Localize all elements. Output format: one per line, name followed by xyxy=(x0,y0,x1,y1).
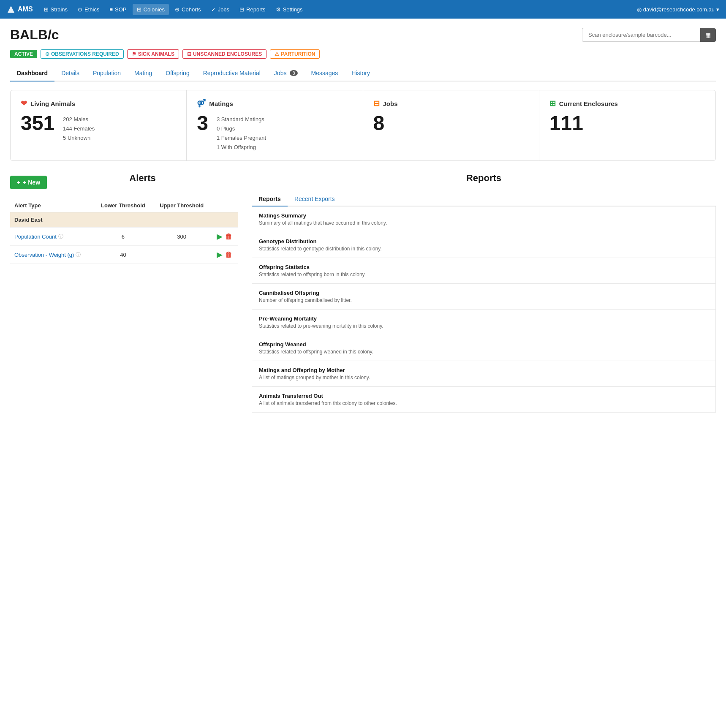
search-input[interactable] xyxy=(582,28,700,42)
delete-button[interactable]: 🗑 xyxy=(225,250,233,259)
matings-count: 3 xyxy=(197,113,208,133)
main-lower-section: + + New Alerts Alert Type Lower Threshol… xyxy=(10,173,716,413)
col-alert-type: Alert Type xyxy=(10,199,94,212)
lower-threshold-value: 6 xyxy=(94,228,152,246)
nav-jobs[interactable]: ✓ Jobs xyxy=(207,4,234,15)
jobs-badge-count: 8 xyxy=(290,70,297,76)
reports-icon: ⊟ xyxy=(239,6,244,13)
stat-matings: ⚤ Matings 3 3 Standard Matings 0 Plugs 1… xyxy=(187,90,363,160)
nav-reports[interactable]: ⊟ Reports xyxy=(235,4,270,15)
reports-title: Reports xyxy=(252,173,716,184)
action-icons: ▶ 🗑 xyxy=(215,250,234,259)
tab-population[interactable]: Population xyxy=(86,65,128,81)
plus-icon: + xyxy=(17,179,20,186)
sop-icon: ≡ xyxy=(109,6,113,13)
mating-icon: ⚤ xyxy=(197,99,206,108)
list-item[interactable]: Matings Summary Summary of all matings t… xyxy=(252,206,715,232)
tab-mating[interactable]: Mating xyxy=(128,65,159,81)
brand-name: AMS xyxy=(18,5,33,13)
tab-dashboard[interactable]: Dashboard xyxy=(10,65,54,81)
colonies-icon: ⊞ xyxy=(137,6,141,13)
col-lower-threshold: Lower Threshold xyxy=(94,199,152,212)
col-upper-threshold: Upper Threshold xyxy=(152,199,211,212)
tab-messages[interactable]: Messages xyxy=(305,65,345,81)
reports-section: Reports Reports Recent Exports Matings S… xyxy=(252,173,716,413)
chevron-down-icon: ▾ xyxy=(716,6,719,13)
user-menu[interactable]: ◎ david@researchcode.com.au ▾ xyxy=(637,6,719,13)
matings-details: 3 Standard Matings 0 Plugs 1 Females Pre… xyxy=(217,113,266,152)
strains-icon: ⊞ xyxy=(44,6,49,13)
nav-settings[interactable]: ⚙ Settings xyxy=(272,4,307,15)
list-item[interactable]: Animals Transferred Out A list of animal… xyxy=(252,387,715,412)
unscanned-icon: ⊟ xyxy=(187,51,191,57)
jobs-stat-icon: ⊟ xyxy=(373,99,380,108)
living-animals-count: 351 xyxy=(21,113,54,133)
delete-button[interactable]: 🗑 xyxy=(225,232,233,241)
tab-jobs[interactable]: Jobs 8 xyxy=(267,65,305,81)
sub-navigation: Dashboard Details Population Mating Offs… xyxy=(10,65,716,81)
alert-group-row: David East xyxy=(10,212,238,228)
nav-strains[interactable]: ⊞ Strains xyxy=(40,4,72,15)
obs-icon: ⊙ xyxy=(45,51,49,57)
action-icons: ▶ 🗑 xyxy=(215,232,234,241)
stat-living-animals: ❤ Living Animals 351 202 Males 144 Femal… xyxy=(11,90,187,160)
list-item[interactable]: Offspring Weaned Statistics related to o… xyxy=(252,335,715,361)
tab-reproductive-material[interactable]: Reproductive Material xyxy=(196,65,267,81)
brand-logo[interactable]: AMS xyxy=(7,5,33,14)
tab-details[interactable]: Details xyxy=(54,65,86,81)
tab-history[interactable]: History xyxy=(345,65,377,81)
enclosures-icon: ⊞ xyxy=(549,99,556,108)
enclosures-count: 111 xyxy=(549,113,583,133)
stat-enclosures: ⊞ Current Enclosures 111 xyxy=(539,90,715,160)
page-title: BALB/c xyxy=(10,27,59,43)
alerts-header: + + New Alerts xyxy=(10,173,238,192)
list-item[interactable]: Offspring Statistics Statistics related … xyxy=(252,258,715,284)
table-row: Population Count ⓘ 6 300 ▶ 🗑 xyxy=(10,228,238,246)
ethics-icon: ⊙ xyxy=(78,6,82,13)
parturition-icon: ⚠ xyxy=(275,51,279,57)
reports-tabs: Reports Recent Exports xyxy=(252,192,716,206)
svg-marker-0 xyxy=(8,6,14,13)
lower-threshold-value: 40 xyxy=(94,246,152,264)
tab-recent-exports[interactable]: Recent Exports xyxy=(288,192,342,206)
upper-threshold-value: 300 xyxy=(152,228,211,246)
reports-list: Matings Summary Summary of all matings t… xyxy=(252,206,716,413)
nav-cohorts[interactable]: ⊕ Cohorts xyxy=(171,4,205,15)
info-icon: ⓘ xyxy=(58,233,63,240)
tab-reports[interactable]: Reports xyxy=(252,192,288,206)
nav-ethics[interactable]: ⊙ Ethics xyxy=(73,4,103,15)
badge-parturition[interactable]: ⚠ PARTURITION xyxy=(270,49,320,59)
play-button[interactable]: ▶ xyxy=(217,250,223,259)
table-row: Observation - Weight (g) ⓘ 40 ▶ 🗑 xyxy=(10,246,238,264)
alert-population-count-link[interactable]: Population Count ⓘ xyxy=(14,233,90,240)
alert-observation-weight-link[interactable]: Observation - Weight (g) ⓘ xyxy=(14,251,90,258)
ams-logo-icon xyxy=(7,5,15,14)
list-item[interactable]: Genotype Distribution Statistics related… xyxy=(252,232,715,258)
group-name: David East xyxy=(10,212,238,228)
badge-active[interactable]: ACTIVE xyxy=(10,50,37,58)
list-item[interactable]: Pre-Weaning Mortality Statistics related… xyxy=(252,310,715,335)
alerts-title: Alerts xyxy=(47,173,238,184)
cohorts-icon: ⊕ xyxy=(175,6,179,13)
stats-row: ❤ Living Animals 351 202 Males 144 Femal… xyxy=(10,90,716,161)
badge-unscanned-enclosures[interactable]: ⊟ UNSCANNED ENCLOSURES xyxy=(182,49,266,59)
jobs-count: 8 xyxy=(373,113,385,133)
new-alert-button[interactable]: + + New xyxy=(10,176,47,189)
top-navigation: AMS ⊞ Strains ⊙ Ethics ≡ SOP ⊞ Colonies … xyxy=(0,0,726,19)
search-bar: ▦ xyxy=(582,28,716,42)
status-badges: ACTIVE ⊙ OBSERVATIONS REQUIRED ⚑ SICK AN… xyxy=(10,49,716,59)
jobs-icon: ✓ xyxy=(211,6,216,13)
page-content: BALB/c ▦ ACTIVE ⊙ OBSERVATIONS REQUIRED … xyxy=(0,19,726,728)
list-item[interactable]: Cannibalised Offspring Number of offspri… xyxy=(252,284,715,310)
badge-sick-animals[interactable]: ⚑ SICK ANIMALS xyxy=(127,49,179,59)
search-button[interactable]: ▦ xyxy=(700,28,716,42)
user-avatar-icon: ◎ xyxy=(637,6,642,13)
tab-offspring[interactable]: Offspring xyxy=(159,65,196,81)
nav-colonies[interactable]: ⊞ Colonies xyxy=(133,4,169,15)
upper-threshold-value xyxy=(152,246,211,264)
nav-sop[interactable]: ≡ SOP xyxy=(105,4,131,15)
list-item[interactable]: Matings and Offspring by Mother A list o… xyxy=(252,361,715,387)
badge-observations-required[interactable]: ⊙ OBSERVATIONS REQUIRED xyxy=(41,49,124,59)
play-button[interactable]: ▶ xyxy=(217,232,223,241)
settings-icon: ⚙ xyxy=(276,6,281,13)
